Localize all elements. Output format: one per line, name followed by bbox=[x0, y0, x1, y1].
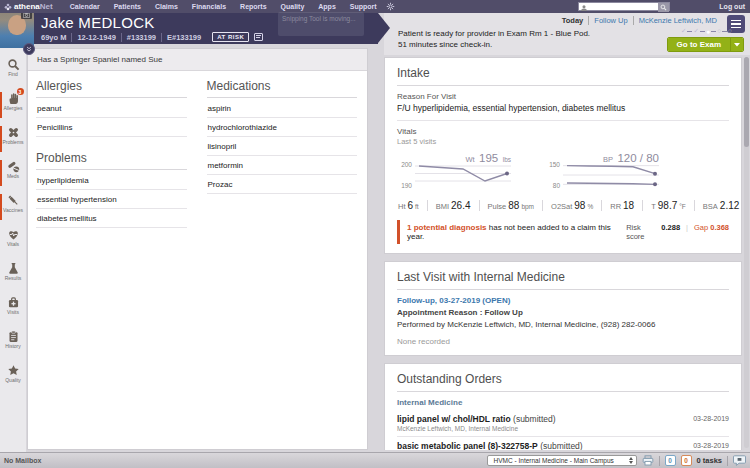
medication-item[interactable]: lisinopril bbox=[207, 137, 358, 156]
bp-trend-chart: BP 120 / 80 150 80 bbox=[547, 159, 659, 191]
global-search bbox=[578, 2, 670, 11]
reason-for-visit-label: Reason For Visit bbox=[397, 92, 729, 101]
order-row[interactable]: lipid panel w/ chol/HDL ratio (submitted… bbox=[397, 410, 729, 437]
sidebar-item-allergies[interactable]: 3 Allergies bbox=[0, 91, 26, 125]
progress-step-todo: ○ bbox=[717, 28, 721, 35]
go-to-exam-button[interactable]: Go to Exam bbox=[668, 38, 730, 51]
visits-bag-icon bbox=[7, 295, 20, 308]
allergies-hand-icon: 3 bbox=[7, 91, 20, 104]
progress-step-done: ✓ bbox=[693, 28, 698, 35]
stat-bsa: BSA2.12 bbox=[694, 200, 742, 211]
problem-item[interactable]: diabetes mellitus bbox=[36, 209, 187, 228]
patient-age-sex: 69yo M bbox=[41, 33, 72, 42]
nav-item-calendar[interactable]: Calendar bbox=[63, 0, 107, 13]
nav-item-patients[interactable]: Patients bbox=[107, 0, 148, 13]
appointment-reason: Appointment Reason : Follow Up bbox=[397, 308, 729, 317]
medication-item[interactable]: Prozac bbox=[207, 175, 358, 194]
gap-label: Gap bbox=[694, 223, 708, 232]
insurance-card-icon[interactable] bbox=[254, 33, 263, 41]
find-icon bbox=[7, 57, 20, 70]
progress-step-todo: ○ bbox=[728, 28, 732, 35]
log-out-link[interactable]: Log out bbox=[719, 0, 745, 13]
chart-sidebar: Find 3 Allergies Problems Meds bbox=[0, 44, 26, 452]
go-to-exam-dropdown[interactable] bbox=[730, 38, 743, 51]
results-flask-icon bbox=[7, 261, 20, 274]
stat-temp: T98.7°F bbox=[642, 200, 694, 211]
problem-item[interactable]: hyperlipidemia bbox=[36, 171, 187, 190]
banner-arrow bbox=[378, 13, 390, 43]
chevron-double-down-icon bbox=[25, 45, 33, 53]
progress-step-done: ✓ bbox=[681, 28, 686, 35]
nav-item-claims[interactable]: Claims bbox=[148, 0, 185, 13]
status-bar: No Mailbox HVMC - Internal Medicine - Ma… bbox=[0, 452, 750, 468]
alert-count-badge[interactable]: 0 bbox=[681, 455, 692, 466]
provider-link[interactable]: McKenzie Leftwich, MD bbox=[634, 16, 722, 25]
medication-item[interactable]: hydrochlorothiazide bbox=[207, 118, 358, 137]
risk-score-label: Risk score bbox=[626, 223, 659, 241]
sidebar-item-meds[interactable]: Meds bbox=[0, 159, 26, 193]
stat-o2sat: O2Sat98% bbox=[542, 200, 601, 211]
none-recorded: None recorded bbox=[397, 337, 729, 346]
scrollbar-thumb[interactable] bbox=[744, 57, 749, 147]
sidebar-item-vaccines[interactable]: Vaccines bbox=[0, 193, 26, 227]
medication-item[interactable]: aspirin bbox=[207, 99, 358, 118]
nav-item-financials[interactable]: Financials bbox=[185, 0, 233, 13]
chat-icon[interactable] bbox=[733, 452, 746, 468]
settings-gear-icon[interactable] bbox=[386, 2, 395, 11]
sidebar-item-results[interactable]: Results bbox=[0, 261, 26, 295]
vitals-label: Vitals bbox=[397, 127, 729, 136]
patient-note: Has a Springer Spaniel named Sue bbox=[28, 49, 367, 71]
inbox-count-badge[interactable]: 0 bbox=[665, 455, 676, 466]
sidebar-item-problems[interactable]: Problems bbox=[0, 125, 26, 159]
department-select[interactable]: HVMC - Internal Medicine - Main Campus bbox=[487, 455, 637, 466]
outstanding-orders-title: Outstanding Orders bbox=[397, 372, 729, 392]
follow-up-link[interactable]: Follow Up bbox=[589, 16, 633, 25]
expand-banner-button[interactable] bbox=[23, 43, 35, 55]
encounter-progress-indicator: ✓ ✓ ● ○ ○ bbox=[681, 28, 732, 35]
vertical-scrollbar[interactable] bbox=[744, 57, 749, 448]
patient-name: Jake MEDLOCK bbox=[41, 14, 155, 31]
patient-id: #133199 bbox=[122, 33, 162, 42]
top-nav-bar: athenaNet Calendar Patients Claims Finan… bbox=[0, 0, 750, 13]
meds-pills-icon bbox=[7, 159, 20, 172]
problems-bandage-icon bbox=[7, 125, 20, 138]
stat-pulse: Pulse88bpm bbox=[479, 200, 543, 211]
sidebar-item-history[interactable]: History bbox=[0, 329, 26, 363]
vitals-stats-row: Ht6ft BMI26.4 Pulse88bpm O2Sat98% RR18 T… bbox=[397, 200, 729, 211]
allergy-item[interactable]: Penicillins bbox=[36, 118, 187, 137]
allergy-item[interactable]: peanut bbox=[36, 99, 187, 118]
search-input[interactable] bbox=[589, 3, 659, 10]
gap-value: 0.368 bbox=[710, 223, 729, 232]
search-button[interactable] bbox=[658, 3, 669, 12]
sidebar-item-vitals[interactable]: Vitals bbox=[0, 227, 26, 261]
reason-for-visit-value: F/U hyperlipidemia, essential hypertensi… bbox=[397, 103, 729, 113]
status-message-line2: 51 minutes since check-in. bbox=[398, 40, 590, 51]
medication-item[interactable]: metformin bbox=[207, 156, 358, 175]
quality-star-icon bbox=[7, 363, 20, 376]
risk-score-row: Risk score 0.288 | Gap 0.368 bbox=[626, 223, 729, 241]
sidebar-item-visits[interactable]: Visits bbox=[0, 295, 26, 329]
status-message-line1: Patient is ready for provider in Exam Rm… bbox=[398, 29, 590, 40]
patient-meta-row: 69yo M 12-12-1949 #133199 E#133199 AT RI… bbox=[41, 32, 263, 42]
tasks-count: 0 tasks bbox=[697, 456, 722, 465]
nav-item-reports[interactable]: Reports bbox=[233, 0, 273, 13]
risk-score-value: 0.288 bbox=[661, 223, 680, 232]
select-arrows-icon bbox=[629, 457, 633, 464]
go-to-exam-button-group: Go to Exam bbox=[667, 37, 744, 52]
today-label[interactable]: Today bbox=[562, 16, 590, 25]
problem-item[interactable]: essential hypertension bbox=[36, 190, 187, 209]
sidebar-item-quality[interactable]: Quality bbox=[0, 363, 26, 397]
sidebar-item-find[interactable]: Find bbox=[0, 57, 26, 91]
at-risk-badge: AT RISK bbox=[212, 32, 249, 42]
order-row[interactable]: basic metabolic panel (8)-322758-P (subm… bbox=[397, 437, 729, 450]
patient-dob: 12-12-1949 bbox=[72, 33, 121, 42]
visit-header-links: Today Follow Up McKenzie Leftwich, MD bbox=[562, 16, 722, 25]
athena-logo-icon bbox=[4, 3, 12, 11]
printer-icon[interactable] bbox=[642, 452, 654, 468]
last-visit-link[interactable]: Follow-up, 03-27-2019 (OPEN) bbox=[397, 296, 729, 305]
athenanet-logo[interactable]: athenaNet bbox=[4, 2, 53, 11]
order-date: 03-28-2019 bbox=[693, 442, 729, 449]
encounter-panel: Intake Reason For Visit F/U hyperlipidem… bbox=[384, 57, 742, 450]
patient-status-message: Patient is ready for provider in Exam Rm… bbox=[398, 29, 590, 51]
vaccines-syringe-icon bbox=[7, 193, 20, 206]
